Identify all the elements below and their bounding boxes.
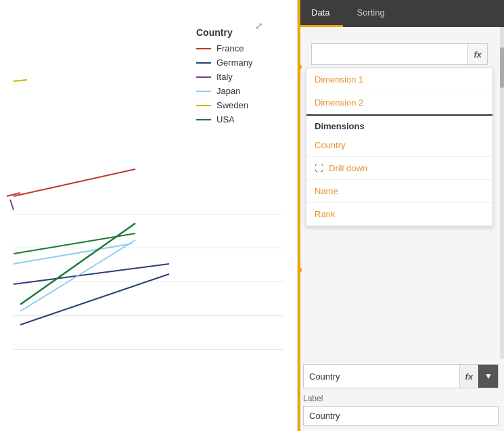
svg-line-4	[14, 80, 27, 81]
dropdown-item-country[interactable]: Country	[306, 134, 492, 157]
label-heading: Label	[303, 394, 499, 403]
search-row: fx	[311, 43, 488, 65]
label-input[interactable]	[303, 406, 499, 426]
orange-dot-mid	[298, 267, 302, 273]
dropdown-item-name[interactable]: Name	[306, 180, 492, 203]
svg-line-2	[10, 200, 14, 210]
tab-data[interactable]: Data	[298, 0, 343, 27]
dropdown-arrow-button[interactable]: ▼	[478, 365, 498, 388]
collapse-icon[interactable]: ⤢	[255, 20, 263, 31]
tab-bar: Data Sorting	[298, 0, 504, 27]
svg-line-8	[20, 274, 169, 325]
dropdown-item-rank[interactable]: Rank	[306, 203, 492, 226]
scrollbar-track[interactable]	[500, 27, 504, 359]
bottom-section: fx ▼ Label	[298, 359, 504, 431]
search-container: fx	[306, 32, 493, 65]
right-panel: Data Sorting fx Dimension 1 Dimension 2 …	[298, 0, 504, 431]
legend-item: Germany	[196, 58, 252, 68]
dropdown-item-dimension1[interactable]: Dimension 1	[306, 68, 492, 91]
drill-down-label: Drill down	[329, 163, 367, 173]
fx-button-search[interactable]: fx	[467, 44, 487, 64]
svg-line-6	[20, 223, 135, 304]
panel-content: fx Dimension 1 Dimension 2 Dimensions Co…	[298, 27, 504, 359]
dimension-row: fx ▼	[303, 364, 499, 388]
dropdown-item-drilldown[interactable]: ⛶ Drill down	[306, 157, 492, 180]
orange-dot-top	[298, 64, 302, 70]
legend-item: Italy	[196, 72, 252, 82]
legend-item: Japan	[196, 86, 252, 96]
dimension-input[interactable]	[304, 371, 459, 382]
scrollbar-thumb[interactable]	[500, 47, 504, 88]
legend-item: France	[196, 43, 252, 53]
chart-area: ⤢ Country FranceGermanyItalyJapanSwedenU…	[0, 0, 298, 431]
drill-down-icon: ⛶	[315, 163, 323, 173]
svg-line-7	[20, 240, 135, 311]
svg-line-0	[14, 169, 135, 196]
legend-title: Country	[196, 27, 252, 38]
legend-item: Sweden	[196, 100, 252, 110]
dropdown-item-dimension2[interactable]: Dimension 2	[306, 91, 492, 114]
search-input[interactable]	[312, 49, 467, 60]
chart-legend: Country FranceGermanyItalyJapanSwedenUSA	[196, 27, 252, 129]
tab-sorting[interactable]: Sorting	[343, 0, 398, 27]
dropdown-list: Dimension 1 Dimension 2 Dimensions Count…	[306, 68, 493, 227]
dimensions-header: Dimensions	[306, 114, 492, 134]
legend-item: USA	[196, 114, 252, 124]
fx-button-dim[interactable]: fx	[459, 365, 479, 388]
